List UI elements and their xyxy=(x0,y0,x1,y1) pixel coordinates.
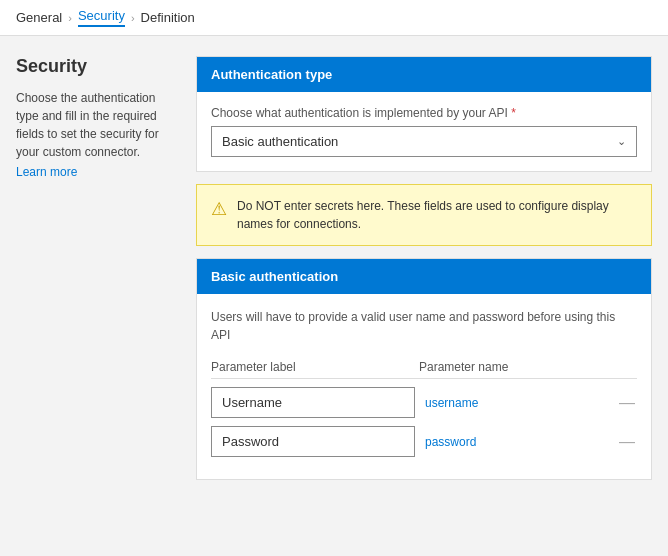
sidebar: Security Choose the authentication type … xyxy=(16,56,176,526)
breadcrumb-security[interactable]: Security xyxy=(78,8,125,27)
col-action-header xyxy=(617,360,637,374)
auth-type-selected-value: Basic authentication xyxy=(222,134,338,149)
col-label-header: Parameter label xyxy=(211,360,409,374)
basic-auth-description: Users will have to provide a valid user … xyxy=(211,308,637,344)
param-row-password: password — xyxy=(211,426,637,457)
username-dash: — xyxy=(617,394,637,412)
basic-auth-card: Basic authentication Users will have to … xyxy=(196,258,652,480)
required-marker: * xyxy=(511,106,516,120)
sidebar-title: Security xyxy=(16,56,176,77)
password-dash: — xyxy=(617,433,637,451)
warning-text: Do NOT enter secrets here. These fields … xyxy=(237,197,637,233)
learn-more-link[interactable]: Learn more xyxy=(16,165,77,179)
breadcrumb-sep-2: › xyxy=(131,12,135,24)
sidebar-description: Choose the authentication type and fill … xyxy=(16,89,176,161)
breadcrumb-general[interactable]: General xyxy=(16,10,62,25)
dropdown-arrow-icon: ⌄ xyxy=(617,135,626,148)
username-label-input[interactable] xyxy=(211,387,415,418)
auth-type-card: Authentication type Choose what authenti… xyxy=(196,56,652,172)
warning-box: ⚠ Do NOT enter secrets here. These field… xyxy=(196,184,652,246)
password-name-value: password xyxy=(425,435,607,449)
auth-type-label-text: Choose what authentication is implemente… xyxy=(211,106,508,120)
username-name-value: username xyxy=(425,396,607,410)
password-label-input[interactable] xyxy=(211,426,415,457)
content-area: Authentication type Choose what authenti… xyxy=(196,56,652,526)
param-table: Parameter label Parameter name username … xyxy=(211,356,637,457)
breadcrumb: General › Security › Definition xyxy=(0,0,668,36)
warning-icon: ⚠ xyxy=(211,198,227,220)
auth-type-field-label: Choose what authentication is implemente… xyxy=(211,106,637,120)
col-name-header: Parameter name xyxy=(409,360,617,374)
breadcrumb-sep-1: › xyxy=(68,12,72,24)
auth-type-body: Choose what authentication is implemente… xyxy=(197,92,651,171)
param-row-username: username — xyxy=(211,387,637,418)
breadcrumb-definition[interactable]: Definition xyxy=(141,10,195,25)
basic-auth-body: Users will have to provide a valid user … xyxy=(197,294,651,479)
basic-auth-header: Basic authentication xyxy=(197,259,651,294)
param-table-header: Parameter label Parameter name xyxy=(211,356,637,379)
auth-type-header: Authentication type xyxy=(197,57,651,92)
main-container: Security Choose the authentication type … xyxy=(0,36,668,546)
auth-type-select[interactable]: Basic authentication ⌄ xyxy=(211,126,637,157)
